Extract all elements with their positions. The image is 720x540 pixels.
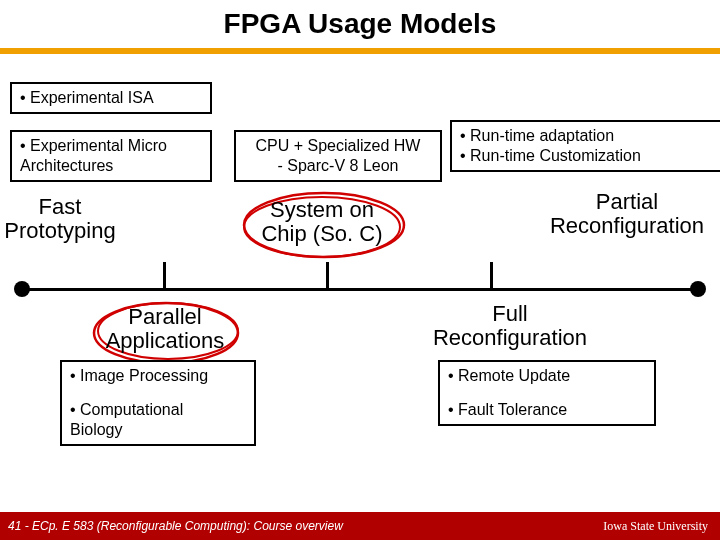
box-br-line2: • Fault Tolerance [448,400,646,420]
timeline-tick-2 [326,262,329,290]
label-fast-line2: Prototyping [0,219,120,243]
label-partial-reconfiguration: Partial Reconfiguration [534,190,720,238]
footer-bar: 41 - ECp. E 583 (Reconfigurable Computin… [0,512,720,540]
label-soc-line1: System on [242,198,402,222]
timeline-endpoint-left [14,281,30,297]
label-parallel-line1: Parallel [95,305,235,329]
box-experimental-micro-line2: Architectures [20,156,202,176]
box-cpu-line1: CPU + Specialized HW [244,136,432,156]
label-full-line2: Reconfiguration [400,326,620,350]
box-cpu-line2: - Sparc-V 8 Leon [244,156,432,176]
box-experimental-micro: • Experimental Micro Architectures [10,130,212,182]
label-fast-line1: Fast [0,195,120,219]
box-runtime-line2: • Run-time Customization [460,146,720,166]
timeline-endpoint-right [690,281,706,297]
timeline-axis [20,288,700,291]
box-br-line1: • Remote Update [448,366,646,386]
footer-right-text: Iowa State University [603,519,720,534]
label-soc-line2: Chip (So. C) [242,222,402,246]
timeline-tick-1 [163,262,166,290]
label-parallel-applications: Parallel Applications [95,305,235,353]
footer-left-text: 41 - ECp. E 583 (Reconfigurable Computin… [0,519,603,533]
box-experimental-isa: • Experimental ISA [10,82,212,114]
label-full-reconfiguration: Full Reconfiguration [400,302,620,350]
title-underline [0,48,720,54]
box-runtime: • Run-time adaptation • Run-time Customi… [450,120,720,172]
label-parallel-line2: Applications [95,329,235,353]
box-full-reconfig-examples: • Remote Update • Fault Tolerance [438,360,656,426]
label-fast-prototyping: Fast Prototyping [0,195,120,243]
box-bl-line2: • Computational [70,400,246,420]
box-experimental-isa-text: • Experimental ISA [20,89,154,106]
box-parallel-examples: • Image Processing • Computational Biolo… [60,360,256,446]
box-bl-line1: • Image Processing [70,366,246,386]
box-bl-line3: Biology [70,420,246,440]
label-system-on-chip: System on Chip (So. C) [242,198,402,246]
box-cpu-specialized-hw: CPU + Specialized HW - Sparc-V 8 Leon [234,130,442,182]
label-partial-line2: Reconfiguration [534,214,720,238]
label-full-line1: Full [400,302,620,326]
page-title: FPGA Usage Models [0,8,720,40]
timeline-tick-3 [490,262,493,290]
box-experimental-micro-line1: • Experimental Micro [20,136,202,156]
box-runtime-line1: • Run-time adaptation [460,126,720,146]
label-partial-line1: Partial [534,190,720,214]
